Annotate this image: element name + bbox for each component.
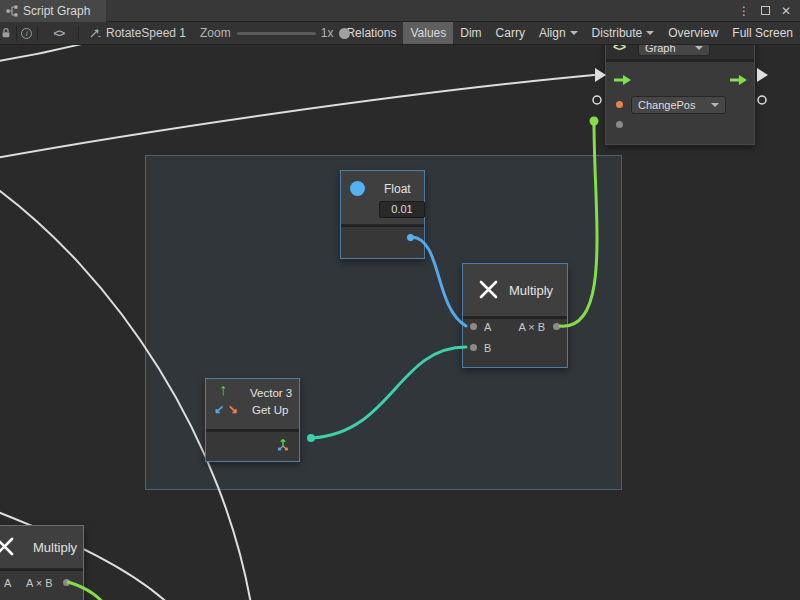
window-close-button[interactable]: ✕ [781,0,791,22]
distribute-button[interactable]: Distribute [585,22,662,45]
zoom-slider-handle[interactable] [339,28,350,39]
float-node-title: Float [384,182,411,196]
zoom-slider-track [237,32,316,35]
vector3-node-title: Vector 3 [250,387,292,399]
event-target-port[interactable] [616,101,623,108]
get-in-arrow-icon: ↙ [214,402,224,416]
flow-input-arrow-icon[interactable] [614,72,632,90]
multiply-node-title: Multiply [509,283,553,298]
zoom-label: Zoom [200,26,231,40]
float-node[interactable]: Float 0.01 [340,170,425,259]
multiply2-node-title: Multiply [33,540,77,555]
multiply-input-b-port[interactable] [470,344,477,351]
graph-canvas[interactable]: Float 0.01 Multiply A A × B [0,45,800,600]
script-graph-window: Script Graph ⋮ ✕ i <> RotateSpeed 1 [0,0,800,600]
toolbar-divider [16,26,17,41]
multiply-node[interactable]: Multiply A A × B B [462,263,568,368]
multiply-icon [477,278,500,301]
dim-button[interactable]: Dim [453,22,488,45]
get-out-arrow-icon: ↘ [228,402,238,416]
graph-target-label: RotateSpeed 1 [106,26,186,40]
float-value-input[interactable]: 0.01 [379,201,425,218]
changepos-dropdown[interactable]: ChangePos [631,96,726,114]
lock-icon[interactable] [0,22,12,44]
multiply2-input-a-label: A [4,577,11,589]
fullscreen-button[interactable]: Full Screen [725,22,800,45]
info-icon[interactable]: i [21,22,33,44]
toolbar-divider [78,26,79,41]
wire-flow-in[interactable] [0,75,594,160]
changepos-event-node[interactable]: <> Graph [605,45,755,145]
window-title: Script Graph [23,4,90,18]
script-machine-icon [89,27,102,39]
vector3-type-icon [276,438,290,452]
window-maximize-button[interactable] [761,0,770,22]
zoom-slider[interactable] [237,22,316,44]
graph-toolbar: i <> RotateSpeed 1 Zoom 1x Relations Val… [0,22,800,45]
window-menu-button[interactable]: ⋮ [738,0,750,22]
multiply-icon [0,535,16,558]
multiply-output-port[interactable] [553,323,560,330]
toolbar-divider [37,26,38,41]
graph-code-icon: <> [613,45,625,54]
align-button[interactable]: Align [532,22,585,45]
graph-dropdown[interactable]: Graph [638,45,710,56]
script-graph-icon [6,5,18,17]
overview-button[interactable]: Overview [661,22,725,45]
flow-output-arrow-icon[interactable] [730,72,748,90]
chevron-down-icon [711,103,719,107]
event-value-port[interactable] [616,121,623,128]
carry-button[interactable]: Carry [489,22,532,45]
vector3-get-up-node[interactable]: ↑ Vector 3 ↙ ↘ Get Up [205,378,300,462]
float-icon [350,181,365,196]
graph-target[interactable]: RotateSpeed 1 [89,26,186,40]
zoom-value: 1x [321,26,334,40]
get-up-subtitle: Get Up [252,404,288,416]
float-output-port[interactable] [407,234,414,241]
titlebar: Script Graph ⋮ ✕ [0,0,800,22]
wire-top-left[interactable] [0,45,115,63]
multiply2-output-label: A × B [26,577,53,589]
multiply-input-b-label: B [484,342,491,354]
maximize-icon [761,6,770,15]
chevron-down-icon [695,46,703,50]
multiply2-output-port[interactable] [63,579,70,586]
multiply-input-a-label: A [484,321,491,333]
tab-script-graph[interactable]: Script Graph [0,0,106,22]
values-button[interactable]: Values [403,22,453,45]
chevron-down-icon [646,31,654,35]
edit-graph-icon[interactable]: <> [53,27,64,39]
multiply-node-2[interactable]: Multiply A A × B [0,525,84,600]
multiply-output-label: A × B [518,321,545,333]
chevron-down-icon [570,31,578,35]
multiply-input-a-port[interactable] [470,323,477,330]
vector3-up-arrow-icon: ↑ [219,381,227,399]
